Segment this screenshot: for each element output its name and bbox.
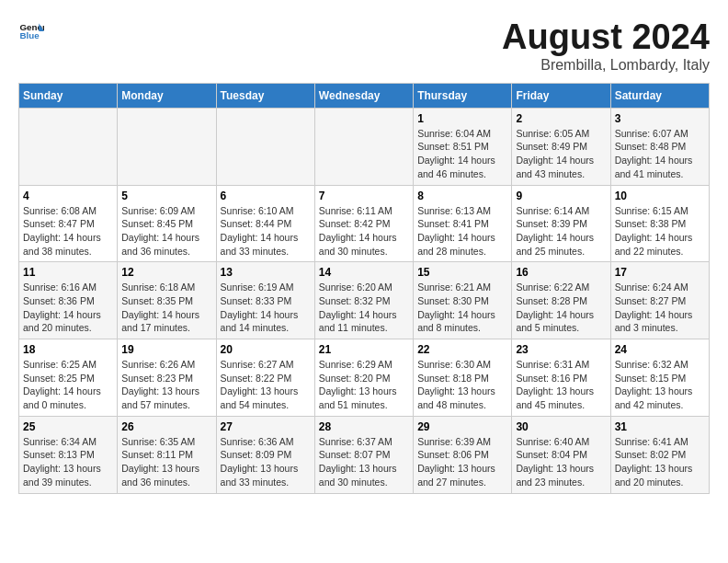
- day-info: Sunrise: 6:36 AMSunset: 8:09 PMDaylight:…: [221, 435, 311, 489]
- day-info: Sunrise: 6:22 AMSunset: 8:28 PMDaylight:…: [516, 281, 606, 335]
- day-number: 21: [319, 343, 409, 356]
- calendar-cell-8: 8Sunrise: 6:13 AMSunset: 8:41 PMDaylight…: [414, 185, 512, 262]
- day-info: Sunrise: 6:08 AMSunset: 8:47 PMDaylight:…: [23, 204, 113, 259]
- calendar-cell-17: 17Sunrise: 6:24 AMSunset: 8:27 PMDayligh…: [610, 262, 709, 339]
- page-header: General Blue August 2024 Brembilla, Lomb…: [18, 18, 710, 74]
- day-number: 9: [516, 190, 606, 202]
- calendar-cell-1: 1Sunrise: 6:04 AMSunset: 8:51 PMDaylight…: [414, 108, 512, 185]
- calendar-cell-25: 25Sunrise: 6:34 AMSunset: 8:13 PMDayligh…: [19, 416, 118, 493]
- calendar-cell-4: 4Sunrise: 6:08 AMSunset: 8:47 PMDaylight…: [19, 185, 118, 262]
- calendar-cell-24: 24Sunrise: 6:32 AMSunset: 8:15 PMDayligh…: [610, 339, 709, 417]
- day-info: Sunrise: 6:24 AMSunset: 8:27 PMDaylight:…: [615, 281, 705, 335]
- day-info: Sunrise: 6:09 AMSunset: 8:45 PMDaylight:…: [121, 204, 211, 259]
- day-number: 30: [516, 420, 606, 433]
- day-info: Sunrise: 6:34 AMSunset: 8:13 PMDaylight:…: [23, 435, 113, 489]
- day-info: Sunrise: 6:21 AMSunset: 8:30 PMDaylight:…: [417, 281, 507, 335]
- day-info: Sunrise: 6:29 AMSunset: 8:20 PMDaylight:…: [319, 358, 409, 412]
- calendar-cell-31: 31Sunrise: 6:41 AMSunset: 8:02 PMDayligh…: [610, 416, 709, 493]
- day-number: 28: [319, 420, 409, 433]
- day-number: 19: [121, 343, 211, 356]
- day-info: Sunrise: 6:37 AMSunset: 8:07 PMDaylight:…: [319, 435, 409, 489]
- calendar-cell-13: 13Sunrise: 6:19 AMSunset: 8:33 PMDayligh…: [216, 262, 314, 339]
- day-info: Sunrise: 6:14 AMSunset: 8:39 PMDaylight:…: [516, 204, 606, 259]
- day-number: 22: [417, 343, 507, 356]
- day-number: 26: [121, 420, 211, 433]
- calendar-cell-14: 14Sunrise: 6:20 AMSunset: 8:32 PMDayligh…: [314, 262, 413, 339]
- calendar-week-1: 1Sunrise: 6:04 AMSunset: 8:51 PMDaylight…: [19, 108, 710, 185]
- svg-text:Blue: Blue: [19, 30, 40, 40]
- day-number: 5: [121, 190, 211, 202]
- day-number: 16: [516, 266, 606, 279]
- subtitle: Brembilla, Lombardy, Italy: [502, 57, 710, 74]
- day-number: 3: [615, 112, 705, 125]
- calendar-cell-15: 15Sunrise: 6:21 AMSunset: 8:30 PMDayligh…: [414, 262, 512, 339]
- day-info: Sunrise: 6:18 AMSunset: 8:35 PMDaylight:…: [121, 281, 211, 335]
- day-info: Sunrise: 6:20 AMSunset: 8:32 PMDaylight:…: [319, 281, 409, 335]
- day-info: Sunrise: 6:39 AMSunset: 8:06 PMDaylight:…: [417, 435, 507, 489]
- calendar-header-wednesday: Wednesday: [314, 83, 413, 108]
- calendar-cell-28: 28Sunrise: 6:37 AMSunset: 8:07 PMDayligh…: [314, 416, 413, 493]
- day-info: Sunrise: 6:26 AMSunset: 8:23 PMDaylight:…: [121, 358, 211, 412]
- calendar-cell-empty: [314, 108, 413, 185]
- logo-icon: General Blue: [18, 18, 44, 44]
- day-info: Sunrise: 6:19 AMSunset: 8:33 PMDaylight:…: [221, 281, 311, 335]
- calendar-cell-22: 22Sunrise: 6:30 AMSunset: 8:18 PMDayligh…: [414, 339, 512, 417]
- main-title: August 2024: [502, 18, 710, 57]
- day-number: 15: [417, 266, 507, 279]
- day-number: 12: [121, 266, 211, 279]
- day-number: 23: [516, 343, 606, 356]
- day-info: Sunrise: 6:13 AMSunset: 8:41 PMDaylight:…: [417, 204, 507, 259]
- day-info: Sunrise: 6:35 AMSunset: 8:11 PMDaylight:…: [121, 435, 211, 489]
- calendar-cell-empty: [19, 108, 118, 185]
- day-info: Sunrise: 6:27 AMSunset: 8:22 PMDaylight:…: [221, 358, 311, 412]
- calendar-cell-5: 5Sunrise: 6:09 AMSunset: 8:45 PMDaylight…: [118, 185, 216, 262]
- day-info: Sunrise: 6:32 AMSunset: 8:15 PMDaylight:…: [615, 358, 705, 412]
- calendar-table: SundayMondayTuesdayWednesdayThursdayFrid…: [18, 83, 710, 494]
- day-number: 25: [23, 420, 113, 433]
- calendar-cell-19: 19Sunrise: 6:26 AMSunset: 8:23 PMDayligh…: [118, 339, 216, 417]
- day-info: Sunrise: 6:25 AMSunset: 8:25 PMDaylight:…: [23, 358, 113, 412]
- calendar-header-saturday: Saturday: [610, 83, 709, 108]
- calendar-week-4: 18Sunrise: 6:25 AMSunset: 8:25 PMDayligh…: [19, 339, 710, 417]
- calendar-cell-16: 16Sunrise: 6:22 AMSunset: 8:28 PMDayligh…: [512, 262, 610, 339]
- calendar-cell-10: 10Sunrise: 6:15 AMSunset: 8:38 PMDayligh…: [610, 185, 709, 262]
- calendar-header-tuesday: Tuesday: [216, 83, 314, 108]
- calendar-header-row: SundayMondayTuesdayWednesdayThursdayFrid…: [19, 83, 710, 108]
- day-number: 20: [221, 343, 311, 356]
- calendar-cell-2: 2Sunrise: 6:05 AMSunset: 8:49 PMDaylight…: [512, 108, 610, 185]
- calendar-cell-empty: [118, 108, 216, 185]
- calendar-cell-7: 7Sunrise: 6:11 AMSunset: 8:42 PMDaylight…: [314, 185, 413, 262]
- title-block: August 2024 Brembilla, Lombardy, Italy: [502, 18, 710, 74]
- day-number: 1: [417, 112, 507, 125]
- day-number: 8: [417, 190, 507, 202]
- calendar-week-3: 11Sunrise: 6:16 AMSunset: 8:36 PMDayligh…: [19, 262, 710, 339]
- day-number: 27: [221, 420, 311, 433]
- calendar-cell-18: 18Sunrise: 6:25 AMSunset: 8:25 PMDayligh…: [19, 339, 118, 417]
- calendar-cell-27: 27Sunrise: 6:36 AMSunset: 8:09 PMDayligh…: [216, 416, 314, 493]
- calendar-cell-23: 23Sunrise: 6:31 AMSunset: 8:16 PMDayligh…: [512, 339, 610, 417]
- day-number: 7: [319, 190, 409, 202]
- calendar-body: 1Sunrise: 6:04 AMSunset: 8:51 PMDaylight…: [19, 108, 710, 493]
- calendar-header-thursday: Thursday: [414, 83, 512, 108]
- calendar-cell-21: 21Sunrise: 6:29 AMSunset: 8:20 PMDayligh…: [314, 339, 413, 417]
- day-info: Sunrise: 6:04 AMSunset: 8:51 PMDaylight:…: [417, 127, 507, 181]
- calendar-cell-12: 12Sunrise: 6:18 AMSunset: 8:35 PMDayligh…: [118, 262, 216, 339]
- day-info: Sunrise: 6:15 AMSunset: 8:38 PMDaylight:…: [615, 204, 705, 259]
- calendar-header-sunday: Sunday: [19, 83, 118, 108]
- day-number: 2: [516, 112, 606, 125]
- day-info: Sunrise: 6:10 AMSunset: 8:44 PMDaylight:…: [221, 204, 311, 259]
- day-info: Sunrise: 6:30 AMSunset: 8:18 PMDaylight:…: [417, 358, 507, 412]
- day-number: 18: [23, 343, 113, 356]
- calendar-cell-3: 3Sunrise: 6:07 AMSunset: 8:48 PMDaylight…: [610, 108, 709, 185]
- calendar-cell-9: 9Sunrise: 6:14 AMSunset: 8:39 PMDaylight…: [512, 185, 610, 262]
- day-number: 10: [615, 190, 705, 202]
- day-number: 11: [23, 266, 113, 279]
- day-number: 14: [319, 266, 409, 279]
- day-info: Sunrise: 6:31 AMSunset: 8:16 PMDaylight:…: [516, 358, 606, 412]
- calendar-cell-29: 29Sunrise: 6:39 AMSunset: 8:06 PMDayligh…: [414, 416, 512, 493]
- day-info: Sunrise: 6:05 AMSunset: 8:49 PMDaylight:…: [516, 127, 606, 181]
- calendar-cell-empty: [216, 108, 314, 185]
- calendar-cell-20: 20Sunrise: 6:27 AMSunset: 8:22 PMDayligh…: [216, 339, 314, 417]
- day-number: 6: [221, 190, 311, 202]
- day-info: Sunrise: 6:07 AMSunset: 8:48 PMDaylight:…: [615, 127, 705, 181]
